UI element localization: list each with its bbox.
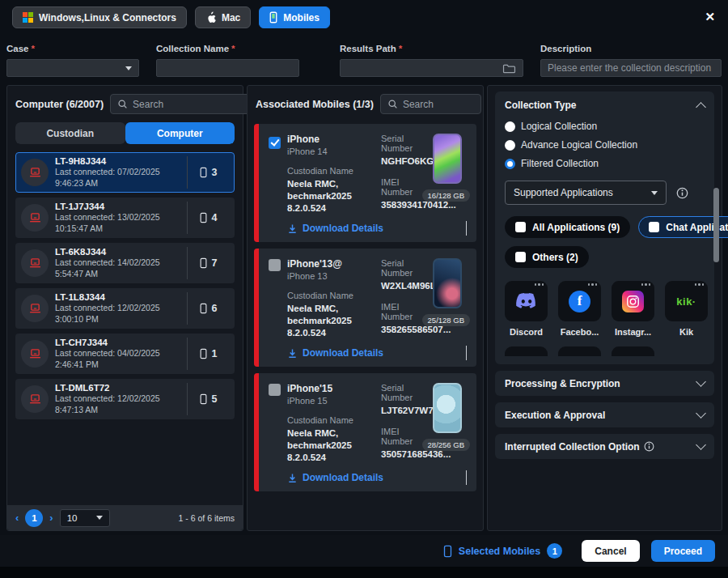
collection-type-header[interactable]: Collection Type bbox=[505, 100, 705, 111]
mobile-phone-icon bbox=[269, 11, 277, 23]
download-details-link[interactable]: Download Details bbox=[287, 223, 383, 234]
expand-card-icon[interactable] bbox=[466, 470, 467, 485]
app-tile-facebook[interactable]: f Facebo... bbox=[558, 281, 601, 337]
chevron-down-icon bbox=[125, 66, 132, 70]
tile-menu-icon[interactable] bbox=[535, 283, 544, 286]
toggle-computer-button[interactable]: Computer bbox=[125, 122, 235, 144]
computers-panel-title: Computer (6/2007) bbox=[15, 99, 104, 110]
storage-badge: 28/256 GB bbox=[422, 439, 470, 451]
computer-row[interactable]: LT-1L8J344 Last connected: 12/02/2025 3:… bbox=[15, 288, 235, 329]
application-grid: Discord f Facebo... I bbox=[505, 281, 705, 337]
radio-advance-logical-collection[interactable]: Advance Logical Collection bbox=[505, 139, 637, 151]
supported-applications-select[interactable]: Supported Applications bbox=[505, 181, 667, 205]
pill-others[interactable]: Others (2) bbox=[505, 246, 589, 268]
interrupted-collection-accordion[interactable]: Interrupted Collection Option bbox=[495, 434, 714, 459]
app-tile-instagram[interactable]: Instagr... bbox=[612, 281, 654, 337]
next-page-icon[interactable]: › bbox=[49, 512, 53, 524]
download-details-link[interactable]: Download Details bbox=[287, 347, 383, 359]
info-icon[interactable] bbox=[676, 187, 688, 199]
serial-number-label: Serial Number bbox=[381, 258, 418, 278]
tab-windows-linux-connectors[interactable]: Windows,Linux & Connectors bbox=[12, 6, 187, 28]
tab-mobiles[interactable]: Mobiles bbox=[259, 6, 330, 28]
checkbox-icon bbox=[649, 222, 659, 232]
info-icon[interactable] bbox=[644, 441, 654, 452]
imei-number-value: 3583934170412... bbox=[381, 199, 418, 211]
case-select[interactable] bbox=[6, 59, 139, 77]
cancel-button[interactable]: Cancel bbox=[582, 540, 639, 562]
page-number-button[interactable]: 1 bbox=[25, 509, 43, 527]
computer-row[interactable]: LT-CH7J344 Last connected: 04/02/2025 2:… bbox=[15, 334, 235, 374]
app-tile-kik[interactable]: kik· Kik bbox=[665, 281, 708, 337]
mobiles-search-input[interactable] bbox=[403, 99, 474, 110]
expand-card-icon[interactable] bbox=[466, 221, 467, 236]
mobile-checkbox[interactable] bbox=[269, 259, 281, 271]
scrollbar-thumb[interactable] bbox=[713, 188, 719, 262]
computer-row[interactable]: LT-9H8J344 Last connected: 07/02/2025 9:… bbox=[15, 152, 235, 193]
imei-number-label: IMEI Number bbox=[381, 177, 418, 197]
phone-icon bbox=[443, 545, 452, 558]
radio-filtered-collection[interactable]: Filtered Collection bbox=[505, 158, 599, 169]
required-asterisk: * bbox=[231, 44, 235, 53]
selected-mobiles-link[interactable]: Selected Mobiles 1 bbox=[443, 543, 562, 559]
radio-icon bbox=[505, 140, 515, 151]
results-path-input[interactable] bbox=[347, 62, 502, 74]
processing-encryption-accordion[interactable]: Processing & Encryption bbox=[495, 371, 714, 396]
app-tile-discord[interactable]: Discord bbox=[505, 281, 548, 337]
custodian-name-label: Custodian Name bbox=[287, 415, 375, 425]
radio-icon bbox=[505, 159, 515, 169]
computer-row[interactable]: LT-DML6T72 Last connected: 12/02/2025 8:… bbox=[15, 379, 235, 419]
collection-name-input[interactable] bbox=[163, 62, 292, 74]
serial-number-value: LJT62V7W7J bbox=[381, 405, 418, 417]
close-icon[interactable]: ✕ bbox=[705, 10, 715, 24]
laptop-icon bbox=[21, 249, 49, 277]
custodian-name-label: Custodian Name bbox=[287, 291, 375, 300]
tab-mac[interactable]: Mac bbox=[195, 6, 251, 28]
expand-card-icon[interactable] bbox=[466, 346, 467, 360]
pagination-range: 1 - 6 of 6 items bbox=[179, 513, 235, 523]
application-filter-pills: All Applications (9) Chat Applications (… bbox=[505, 216, 705, 268]
mobile-model: iPhone 13 bbox=[287, 271, 375, 281]
description-label: Description bbox=[540, 44, 722, 53]
windows-logo-icon bbox=[23, 12, 33, 23]
tile-menu-icon[interactable] bbox=[588, 283, 598, 286]
computer-row[interactable]: LT-1J7J344 Last connected: 13/02/2025 10… bbox=[15, 198, 235, 238]
imei-number-value: 350571685436... bbox=[381, 448, 418, 461]
computer-last-connected: Last connected: 07/02/2025 9:46:23 AM bbox=[55, 166, 182, 189]
case-label: Case* bbox=[6, 44, 139, 53]
computer-last-connected: Last connected: 04/02/2025 2:46:41 PM bbox=[55, 347, 182, 370]
computer-last-connected: Last connected: 14/02/2025 5:54:47 AM bbox=[55, 257, 182, 279]
mobile-checkbox[interactable] bbox=[269, 137, 281, 149]
tile-menu-icon[interactable] bbox=[641, 283, 651, 286]
radio-logical-collection[interactable]: Logical Collection bbox=[505, 121, 597, 132]
mobile-checkbox[interactable] bbox=[269, 384, 281, 396]
mobile-count: 7 bbox=[187, 247, 229, 279]
laptop-icon bbox=[21, 295, 49, 322]
imei-number-label: IMEI Number bbox=[381, 427, 418, 446]
prev-page-icon[interactable]: ‹ bbox=[15, 512, 19, 524]
mobile-model: iPhone 14 bbox=[287, 147, 375, 156]
chevron-down-icon bbox=[651, 191, 658, 195]
computers-search-input[interactable] bbox=[133, 99, 258, 110]
bottom-strip bbox=[0, 567, 728, 578]
computer-last-connected: Last connected: 13/02/2025 10:15:47 AM bbox=[55, 211, 182, 234]
mobile-model: iPhone 15 bbox=[287, 396, 375, 406]
custodian-name-value: Neela RMC, bechmark2025 8.2.0.524 bbox=[287, 178, 375, 215]
toggle-custodian-button[interactable]: Custodian bbox=[15, 122, 125, 144]
download-details-link[interactable]: Download Details bbox=[287, 472, 383, 483]
computer-row[interactable]: LT-6K8J344 Last connected: 14/02/2025 5:… bbox=[15, 243, 235, 283]
tile-menu-icon[interactable] bbox=[695, 283, 705, 286]
proceed-button[interactable]: Proceed bbox=[651, 540, 715, 562]
tab-mobiles-label: Mobiles bbox=[283, 12, 320, 23]
pill-all-applications[interactable]: All Applications (9) bbox=[505, 216, 630, 238]
folder-icon[interactable] bbox=[502, 63, 516, 74]
search-icon bbox=[387, 99, 398, 109]
laptop-icon bbox=[21, 385, 49, 413]
execution-approval-accordion[interactable]: Execution & Approval bbox=[495, 402, 714, 427]
mobile-card: iPhone'13@ iPhone 13 Custodian Name Neel… bbox=[254, 249, 476, 367]
collection-type-title: Collection Type bbox=[505, 100, 576, 111]
page-size-select[interactable]: 10 bbox=[60, 509, 110, 527]
mobile-card: iPhone iPhone 14 Custodian Name Neela RM… bbox=[254, 124, 476, 242]
required-asterisk: * bbox=[32, 44, 35, 53]
custodian-computer-toggle: Custodian Computer bbox=[15, 122, 235, 144]
description-input[interactable] bbox=[548, 62, 714, 74]
